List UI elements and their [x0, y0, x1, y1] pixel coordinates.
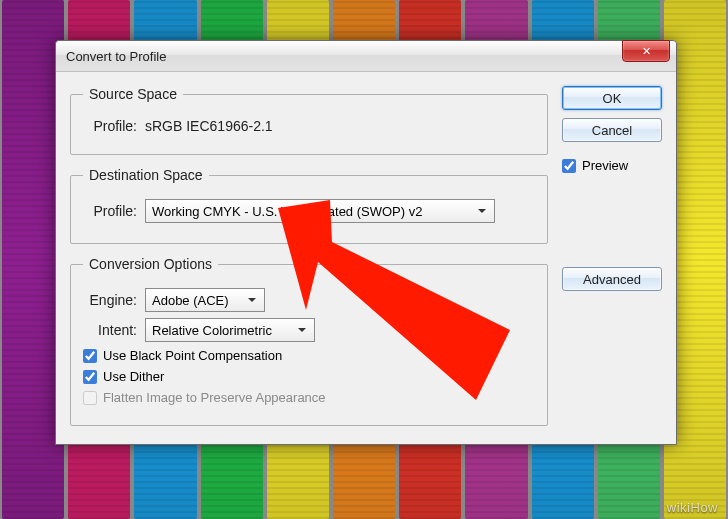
select-destination-profile-value: Working CMYK - U.S. Web Coated (SWOP) v2	[152, 204, 422, 219]
label-engine: Engine:	[83, 292, 137, 308]
label-intent: Intent:	[83, 322, 137, 338]
checkbox-row-preview[interactable]: Preview	[562, 158, 662, 173]
checkbox-flatten	[83, 391, 97, 405]
label-source-profile: Profile:	[83, 118, 137, 134]
label-destination-profile: Profile:	[83, 203, 137, 219]
legend-conversion-options: Conversion Options	[83, 256, 218, 272]
group-conversion-options: Conversion Options Engine: Adobe (ACE) I…	[70, 256, 548, 426]
select-engine-value: Adobe (ACE)	[152, 293, 229, 308]
advanced-button[interactable]: Advanced	[562, 267, 662, 291]
cancel-button[interactable]: Cancel	[562, 118, 662, 142]
group-destination-space: Destination Space Profile: Working CMYK …	[70, 167, 548, 244]
dialog-convert-to-profile: Convert to Profile ✕ Source Space Profil…	[55, 40, 677, 445]
select-intent[interactable]: Relative Colorimetric	[145, 318, 315, 342]
dialog-body: Source Space Profile: sRGB IEC61966-2.1 …	[56, 72, 676, 444]
group-source-space: Source Space Profile: sRGB IEC61966-2.1	[70, 86, 548, 155]
select-intent-value: Relative Colorimetric	[152, 323, 272, 338]
checkbox-row-black-point[interactable]: Use Black Point Compensation	[83, 348, 535, 363]
label-black-point: Use Black Point Compensation	[103, 348, 282, 363]
close-icon: ✕	[642, 45, 651, 58]
checkbox-row-flatten: Flatten Image to Preserve Appearance	[83, 390, 535, 405]
checkbox-black-point[interactable]	[83, 349, 97, 363]
value-source-profile: sRGB IEC61966-2.1	[145, 118, 273, 134]
select-engine[interactable]: Adobe (ACE)	[145, 288, 265, 312]
label-preview: Preview	[582, 158, 628, 173]
close-button[interactable]: ✕	[622, 40, 670, 62]
checkbox-row-dither[interactable]: Use Dither	[83, 369, 535, 384]
legend-destination-space: Destination Space	[83, 167, 209, 183]
dialog-left-column: Source Space Profile: sRGB IEC61966-2.1 …	[70, 86, 548, 426]
title-bar[interactable]: Convert to Profile ✕	[56, 41, 676, 72]
ok-button[interactable]: OK	[562, 86, 662, 110]
label-flatten: Flatten Image to Preserve Appearance	[103, 390, 326, 405]
select-destination-profile[interactable]: Working CMYK - U.S. Web Coated (SWOP) v2	[145, 199, 495, 223]
window-title: Convert to Profile	[66, 49, 166, 64]
checkbox-dither[interactable]	[83, 370, 97, 384]
dialog-right-column: OK Cancel Preview Advanced	[562, 86, 662, 426]
legend-source-space: Source Space	[83, 86, 183, 102]
checkbox-preview[interactable]	[562, 159, 576, 173]
watermark-text: wikiHow	[667, 500, 718, 515]
label-dither: Use Dither	[103, 369, 164, 384]
